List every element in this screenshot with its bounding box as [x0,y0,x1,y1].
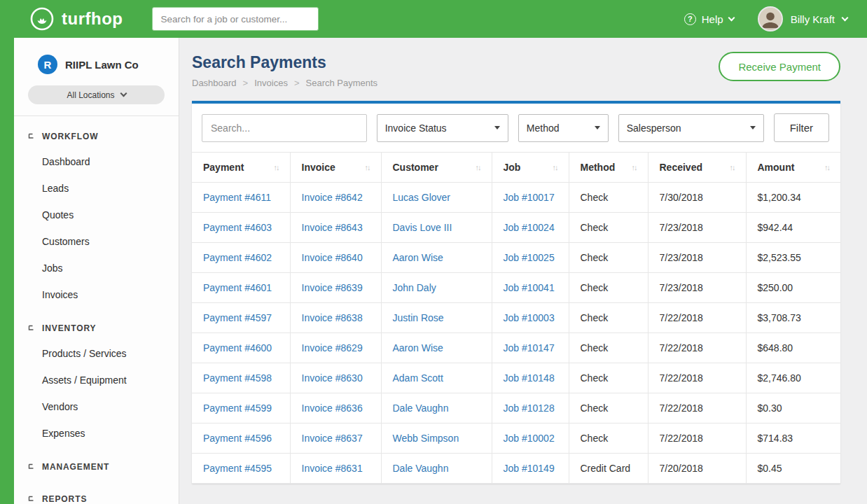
breadcrumb-item-dashboard[interactable]: Dashboard [192,78,237,88]
method-value: Check [581,402,609,414]
invoice-cell: Invoice #8639 [290,273,381,303]
table-row: Payment #4602Invoice #8640Aaron WiseJob … [192,243,840,273]
job-link[interactable]: Job #10002 [504,433,555,444]
sidebar-item-leads[interactable]: Leads [14,175,179,202]
job-link[interactable]: Job #10024 [504,222,555,233]
customer-cell: Dale Vaughn [381,454,492,484]
payment-link[interactable]: Payment #4597 [203,312,272,323]
payment-link[interactable]: Payment #4611 [203,192,271,203]
job-link[interactable]: Job #10148 [504,372,555,384]
method-value: Check [581,192,609,203]
customer-link[interactable]: Justin Rose [393,312,444,323]
salesperson-select[interactable]: Salesperson [618,114,764,142]
brand-logo[interactable]: turfhop [29,6,123,31]
method-value: Check [581,282,609,293]
sidebar-item-vendors[interactable]: Vendors [14,393,179,420]
sort-icon: ↑↓ [730,163,735,172]
column-header-label: Invoice [302,162,335,173]
column-header-invoice[interactable]: ↑↓Invoice [290,153,381,183]
breadcrumb-item-invoices[interactable]: Invoices [254,78,288,88]
job-link[interactable]: Job #10003 [504,312,555,323]
invoice-link[interactable]: Invoice #8638 [302,312,363,323]
column-header-payment[interactable]: ↑↓Payment [192,153,290,183]
customer-link[interactable]: John Daly [393,282,436,293]
sidebar-section-label: WORKFLOW [42,132,99,141]
column-header-received[interactable]: ↑↓Received [648,153,746,183]
received-cell: 7/20/2018 [648,454,746,484]
invoice-link[interactable]: Invoice #8639 [302,282,363,293]
customer-link[interactable]: Dale Vaughn [393,463,449,474]
method-value: Check [581,312,609,323]
column-header-amount[interactable]: ↑↓Amount [746,153,840,183]
customer-link[interactable]: Adam Scott [393,372,443,384]
job-link[interactable]: Job #10041 [504,282,555,293]
received-cell: 7/22/2018 [648,303,746,333]
column-header-method[interactable]: ↑↓Method [569,153,648,183]
customer-link[interactable]: Webb Simpson [393,433,459,444]
payment-cell: Payment #4611 [192,183,290,213]
help-menu[interactable]: ? Help [684,13,734,25]
received-cell: 7/22/2018 [648,393,746,424]
job-link[interactable]: Job #10147 [504,342,555,354]
sidebar-section-label: INVENTORY [42,323,96,333]
job-cell: Job #10149 [492,454,569,484]
filter-button[interactable]: Filter [774,113,829,142]
user-menu[interactable]: Billy Kraft [758,6,847,31]
customer-link[interactable]: Davis Love III [393,222,452,233]
invoice-link[interactable]: Invoice #8643 [302,222,363,233]
tree-icon [28,495,36,503]
invoice-link[interactable]: Invoice #8631 [302,463,363,474]
global-search-input[interactable] [152,7,319,31]
amount-value: $1,200.34 [758,192,801,203]
table-row: Payment #4597Invoice #8638Justin RoseJob… [192,303,840,333]
invoice-link[interactable]: Invoice #8629 [302,342,363,354]
column-header-job[interactable]: ↑↓Job [492,153,569,183]
invoice-link[interactable]: Invoice #8636 [302,402,363,414]
job-cell: Job #10041 [492,273,569,303]
received-value: 7/22/2018 [660,342,703,354]
amount-cell: $942.44 [746,213,840,243]
sidebar-item-quotes[interactable]: Quotes [14,202,179,228]
invoice-status-select[interactable]: Invoice Status [377,114,508,142]
sidebar-item-invoices[interactable]: Invoices [14,281,179,308]
sidebar-item-products-services[interactable]: Products / Services [14,340,179,367]
brand-name: turfhop [62,9,123,29]
column-header-customer[interactable]: ↑↓Customer [381,153,492,183]
received-value: 7/20/2018 [660,463,703,474]
payment-link[interactable]: Payment #4602 [203,252,272,263]
payments-card: Invoice StatusMethodSalespersonFilter ↑↓… [192,101,840,484]
column-header-label: Method [581,162,616,173]
invoice-link[interactable]: Invoice #8630 [302,372,363,384]
job-link[interactable]: Job #10149 [504,463,555,474]
job-link[interactable]: Job #10128 [504,402,555,414]
payment-link[interactable]: Payment #4601 [203,282,272,293]
invoice-link[interactable]: Invoice #8640 [302,252,363,263]
invoice-link[interactable]: Invoice #8637 [302,433,363,444]
sidebar-item-expenses[interactable]: Expenses [14,420,179,447]
sidebar-item-customers[interactable]: Customers [14,228,179,255]
select-value: Salesperson [627,122,681,134]
sidebar-item-dashboard[interactable]: Dashboard [14,148,179,175]
all-locations-selector[interactable]: All Locations [28,85,165,104]
payment-link[interactable]: Payment #4598 [203,372,272,384]
payment-link[interactable]: Payment #4596 [203,433,272,444]
customer-link[interactable]: Aaron Wise [393,252,443,263]
payment-link[interactable]: Payment #4599 [203,402,272,414]
payment-link[interactable]: Payment #4595 [203,463,272,474]
amount-value: $2,523.55 [758,252,801,263]
method-select[interactable]: Method [518,114,609,142]
sidebar-item-jobs[interactable]: Jobs [14,255,179,281]
job-link[interactable]: Job #10017 [504,192,555,203]
sidebar-item-assets-equipment[interactable]: Assets / Equipment [14,367,179,393]
customer-link[interactable]: Dale Vaughn [393,402,449,414]
payments-search-input[interactable] [202,114,367,142]
payment-link[interactable]: Payment #4603 [203,222,272,233]
job-link[interactable]: Job #10025 [504,252,555,263]
payment-link[interactable]: Payment #4600 [203,342,272,354]
customer-link[interactable]: Lucas Glover [393,192,450,203]
receive-payment-button[interactable]: Receive Payment [719,52,840,81]
invoice-link[interactable]: Invoice #8642 [302,192,363,203]
amount-cell: $2,523.55 [746,243,840,273]
received-value: 7/22/2018 [660,372,703,384]
customer-link[interactable]: Aaron Wise [393,342,443,354]
